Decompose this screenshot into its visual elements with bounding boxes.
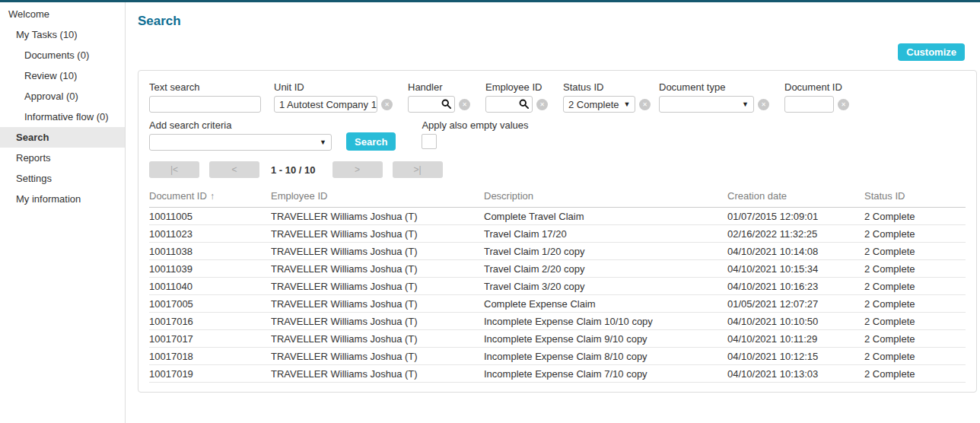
sidebar-item-label: Informative flow (0) — [24, 111, 109, 122]
clear-icon[interactable]: ✕ — [536, 99, 548, 110]
cell-description: Incomplete Expense Claim 10/10 copy — [484, 313, 727, 330]
employee-id-label: Employee ID — [485, 81, 548, 93]
customize-button[interactable]: Customize — [898, 43, 965, 61]
cell-status-id: 2 Complete — [864, 278, 966, 295]
search-icon[interactable] — [441, 98, 452, 112]
document-id-input[interactable] — [784, 96, 834, 113]
search-icon[interactable] — [518, 98, 530, 112]
cell-creation-date: 01/05/2021 12:07:27 — [727, 295, 864, 313]
status-id-select[interactable]: 2 Complete ▼ — [563, 96, 635, 113]
cell-employee-id: TRAVELLER Williams Joshua (T) — [271, 278, 484, 295]
unit-id-select[interactable]: 1 Autotest Company 1 ▼ — [274, 96, 377, 113]
cell-employee-id: TRAVELLER Williams Joshua (T) — [271, 348, 484, 365]
column-header-label: Document ID — [149, 190, 207, 202]
column-header-employee-id[interactable]: Employee ID — [271, 188, 484, 208]
clear-icon[interactable]: ✕ — [459, 99, 470, 110]
search-button[interactable]: Search — [346, 132, 396, 151]
pagination: |< < 1 - 10 / 10 > >| — [149, 161, 966, 178]
cell-description: Travel Claim 1/20 copy — [484, 243, 727, 260]
column-header-status-id[interactable]: Status ID — [864, 188, 966, 208]
cell-document-id: 10017016 — [149, 313, 271, 330]
cell-description: Travel Claim 17/20 — [484, 225, 727, 243]
clear-icon[interactable]: ✕ — [758, 99, 769, 110]
sidebar-item-reports[interactable]: Reports — [0, 148, 125, 168]
cell-employee-id: TRAVELLER Williams Joshua (T) — [271, 330, 484, 348]
column-header-label: Status ID — [864, 190, 905, 202]
unit-id-label: Unit ID — [274, 81, 393, 93]
column-header-description[interactable]: Description — [484, 188, 727, 208]
table-row[interactable]: 10011005 TRAVELLER Williams Joshua (T) C… — [149, 208, 966, 225]
main-content: Search Customize Text search Unit ID 1 A — [126, 2, 980, 423]
cell-description: Incomplete Expense Claim 8/10 copy — [484, 348, 727, 365]
cell-employee-id: TRAVELLER Williams Joshua (T) — [271, 313, 484, 330]
sidebar-item-approval-0[interactable]: Approval (0) — [0, 86, 125, 107]
clear-icon[interactable]: ✕ — [639, 99, 651, 110]
sidebar-item-settings[interactable]: Settings — [0, 168, 125, 189]
sidebar-item-label: Search — [16, 132, 49, 143]
sidebar-item-informative-flow-0[interactable]: Informative flow (0) — [0, 107, 125, 127]
table-row[interactable]: 10011039 TRAVELLER Williams Joshua (T) T… — [149, 260, 966, 278]
apply-empty-values-checkbox[interactable] — [422, 134, 437, 149]
pagination-last-button[interactable]: >| — [393, 161, 443, 178]
handler-field: Handler ✕ — [408, 81, 470, 113]
table-row[interactable]: 10011038 TRAVELLER Williams Joshua (T) T… — [149, 243, 966, 260]
sidebar-item-welcome[interactable]: Welcome — [0, 4, 125, 24]
page-title: Search — [138, 13, 977, 29]
cell-employee-id: TRAVELLER Williams Joshua (T) — [271, 225, 484, 243]
table-row[interactable]: 10011023 TRAVELLER Williams Joshua (T) T… — [149, 225, 966, 243]
document-type-field: Document type ▼ ✕ — [659, 81, 769, 113]
add-search-criteria-select[interactable]: ▼ — [149, 134, 332, 151]
cell-status-id: 2 Complete — [864, 330, 966, 348]
sidebar: Welcome My Tasks (10) Documents (0) Revi… — [0, 2, 126, 423]
cell-document-id: 10011039 — [149, 260, 271, 278]
clear-icon[interactable]: ✕ — [838, 99, 849, 110]
cell-creation-date: 04/10/2021 10:13:03 — [727, 365, 864, 383]
chevron-down-icon: ▼ — [742, 100, 749, 108]
sidebar-item-label: Welcome — [8, 8, 49, 20]
cell-employee-id: TRAVELLER Williams Joshua (T) — [271, 295, 484, 313]
pagination-range: 1 - 10 / 10 — [271, 164, 316, 176]
cell-status-id: 2 Complete — [864, 348, 966, 365]
text-search-label: Text search — [149, 81, 261, 93]
text-search-input[interactable] — [149, 96, 261, 113]
add-search-criteria-field: Add search criteria ▼ — [149, 119, 332, 151]
table-row[interactable]: 10017017 TRAVELLER Williams Joshua (T) I… — [149, 330, 966, 348]
column-header-creation-date[interactable]: Creation date — [727, 188, 864, 208]
cell-document-id: 10017005 — [149, 295, 271, 313]
pagination-prev-button[interactable]: < — [209, 161, 259, 178]
cell-status-id: 2 Complete — [864, 243, 966, 260]
table-row[interactable]: 10017019 TRAVELLER Williams Joshua (T) I… — [149, 365, 966, 383]
sidebar-item-search[interactable]: Search — [0, 127, 125, 148]
cell-status-id: 2 Complete — [864, 260, 966, 278]
column-header-document-id[interactable]: Document ID↑ — [149, 188, 271, 208]
sidebar-item-my-tasks-10[interactable]: My Tasks (10) — [0, 24, 125, 45]
column-header-label: Creation date — [727, 190, 787, 202]
handler-label: Handler — [408, 81, 470, 93]
table-row[interactable]: 10017005 TRAVELLER Williams Joshua (T) C… — [149, 295, 966, 313]
table-row[interactable]: 10011040 TRAVELLER Williams Joshua (T) T… — [149, 278, 966, 295]
app-layout: Welcome My Tasks (10) Documents (0) Revi… — [0, 2, 980, 423]
table-row[interactable]: 10017016 TRAVELLER Williams Joshua (T) I… — [149, 313, 966, 330]
table-row[interactable]: 10017018 TRAVELLER Williams Joshua (T) I… — [149, 348, 966, 365]
sidebar-item-review-10[interactable]: Review (10) — [0, 65, 125, 86]
pagination-next-button[interactable]: > — [332, 161, 383, 178]
search-form-row-2: Add search criteria ▼ Search Apply also … — [149, 119, 966, 151]
sidebar-item-label: Documents (0) — [24, 49, 89, 61]
sidebar-item-my-information[interactable]: My information — [0, 189, 125, 209]
apply-empty-values-field: Apply also empty values — [422, 119, 528, 149]
document-type-label: Document type — [659, 81, 769, 93]
pagination-first-button[interactable]: |< — [149, 161, 199, 178]
cell-document-id: 10011023 — [149, 225, 271, 243]
document-type-select[interactable]: ▼ — [659, 96, 754, 113]
results-body: 10011005 TRAVELLER Williams Joshua (T) C… — [149, 208, 966, 383]
text-search-field: Text search — [149, 81, 261, 113]
cell-status-id: 2 Complete — [864, 208, 966, 225]
clear-icon[interactable]: ✕ — [381, 99, 393, 110]
chevron-down-icon: ▼ — [320, 138, 326, 146]
customize-row: Customize — [138, 43, 977, 61]
status-id-field: Status ID 2 Complete ▼ ✕ — [563, 81, 651, 113]
cell-document-id: 10017018 — [149, 348, 271, 365]
cell-creation-date: 04/10/2021 10:10:50 — [727, 313, 864, 330]
sidebar-item-documents-0[interactable]: Documents (0) — [0, 45, 125, 65]
cell-description: Incomplete Expense Claim 7/10 copy — [484, 365, 727, 383]
